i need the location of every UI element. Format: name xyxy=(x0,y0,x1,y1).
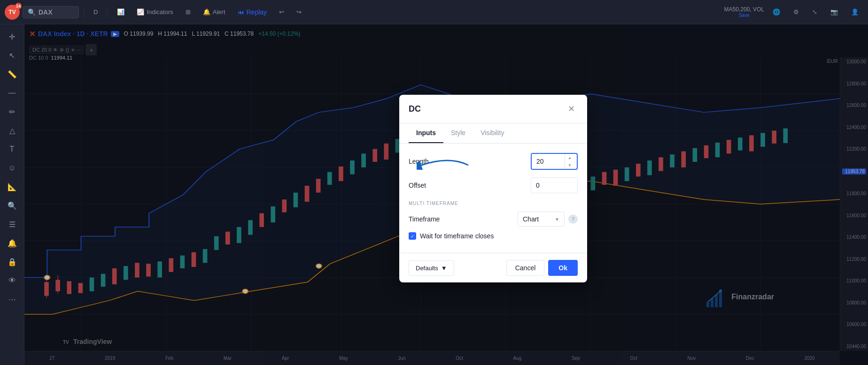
timezone-button[interactable]: 🌐 xyxy=(768,6,785,18)
search-input[interactable]: DAX xyxy=(39,8,53,16)
replay-button[interactable]: ⏮ Replay xyxy=(233,6,272,19)
offset-row: Offset xyxy=(409,177,578,193)
cancel-button[interactable]: Cancel xyxy=(506,260,545,276)
compare-icon: 📊 xyxy=(117,8,124,15)
modal-footer: Defaults ▼ Cancel Ok xyxy=(399,253,587,282)
length-row: Length ▲ ▼ xyxy=(409,153,578,170)
avatar-badge: 14 xyxy=(15,3,22,9)
ma-indicator: MA50,200, VOL Save xyxy=(724,6,764,18)
tab-visibility[interactable]: Visibility xyxy=(473,123,512,143)
text-icon[interactable]: T xyxy=(4,141,21,158)
lock-icon[interactable]: 🔒 xyxy=(4,253,21,270)
modal-body: Length ▲ ▼ Offset xyxy=(399,144,587,253)
templates-icon: ⊞ xyxy=(186,8,191,15)
more-icon[interactable]: ⋯ xyxy=(4,291,21,308)
modal-header: DC ✕ xyxy=(399,95,587,123)
crosshair-icon[interactable]: ✛ xyxy=(4,28,21,45)
shapes-icon[interactable]: △ xyxy=(4,122,21,139)
redo-button[interactable]: ↪ xyxy=(292,6,306,18)
section-multi-timeframe: MULTI TIMEFRAME xyxy=(409,201,578,206)
settings-button[interactable]: ⚙ xyxy=(789,6,804,18)
cursor-icon[interactable]: ↖ xyxy=(4,47,21,64)
divider-2 xyxy=(107,7,108,18)
draw-icon[interactable]: ✏ xyxy=(4,103,21,120)
timeframe-label: Timeframe xyxy=(409,215,518,223)
measure-icon[interactable]: 📐 xyxy=(4,178,21,195)
modal-close-button[interactable]: ✕ xyxy=(565,102,578,115)
trendline-icon[interactable]: 📏 xyxy=(4,66,21,83)
search-box[interactable]: 🔍 DAX xyxy=(23,6,79,18)
alert-icon: 🔔 xyxy=(203,8,210,15)
increment-button[interactable]: ▲ xyxy=(565,154,574,161)
screenshot-button[interactable]: 📷 xyxy=(826,6,843,18)
left-sidebar: ✛ ↖ 📏 — ✏ △ T ☺ 📐 🔍 ☰ 🔔 🔒 👁 ⋯ xyxy=(0,24,24,365)
main-layout: ✛ ↖ 📏 — ✏ △ T ☺ 📐 🔍 ☰ 🔔 🔒 👁 ⋯ ✕ DAX Inde… xyxy=(0,24,868,365)
defaults-chevron: ▼ xyxy=(441,265,447,272)
indicators-icon: 📈 xyxy=(137,8,144,15)
fullscreen-button[interactable]: ⤡ xyxy=(807,6,822,18)
help-icon[interactable]: ? xyxy=(568,214,578,224)
compare-button[interactable]: 📊 xyxy=(112,6,129,18)
eye-icon[interactable]: 👁 xyxy=(4,272,21,289)
wait-checkbox[interactable]: ✓ xyxy=(409,232,416,240)
alerts-icon[interactable]: 🔔 xyxy=(4,235,21,251)
number-spinners: ▲ ▼ xyxy=(565,154,574,169)
modal-title: DC xyxy=(409,104,421,114)
undo-button[interactable]: ↩ xyxy=(274,6,289,18)
timeframe-button[interactable]: D xyxy=(89,6,102,18)
footer-actions: Cancel Ok xyxy=(506,260,578,276)
tab-style[interactable]: Style xyxy=(443,123,473,143)
divider-1 xyxy=(84,7,84,18)
length-label: Length xyxy=(409,158,531,165)
offset-input[interactable] xyxy=(531,177,578,193)
offset-label: Offset xyxy=(409,182,531,189)
horizontal-line-icon[interactable]: — xyxy=(4,84,21,101)
modal-overlay: DC ✕ Inputs Style Visibility Length xyxy=(24,24,868,365)
indicators-button[interactable]: 📈 Indicators xyxy=(132,6,178,18)
alert-button[interactable]: 🔔 Alert xyxy=(198,6,230,18)
checkmark-icon: ✓ xyxy=(411,234,414,239)
modal-tabs: Inputs Style Visibility xyxy=(399,123,587,144)
decrement-button[interactable]: ▼ xyxy=(565,161,574,169)
defaults-button[interactable]: Defaults ▼ xyxy=(409,260,454,276)
wait-label: Wait for timeframe closes xyxy=(420,232,494,240)
zoom-icon[interactable]: 🔍 xyxy=(4,197,21,214)
emoji-icon[interactable]: ☺ xyxy=(4,160,21,176)
avatar[interactable]: TV 14 xyxy=(5,5,20,20)
timeframe-select[interactable]: Chart ▼ xyxy=(518,212,565,227)
timeframe-row: Timeframe Chart ▼ ? xyxy=(409,212,578,227)
avatar-initials: TV xyxy=(8,9,16,15)
publish-button[interactable]: 👤 xyxy=(846,6,863,18)
timeframe-chevron: ▼ xyxy=(555,217,559,222)
watchlist-icon[interactable]: ☰ xyxy=(4,216,21,233)
dc-settings-modal: DC ✕ Inputs Style Visibility Length xyxy=(399,95,587,282)
replay-icon: ⏮ xyxy=(238,8,244,16)
tab-inputs[interactable]: Inputs xyxy=(409,123,443,143)
toolbar: TV 14 🔍 DAX D 📊 📈 Indicators ⊞ 🔔 Alert ⏮… xyxy=(0,0,868,24)
ok-button[interactable]: Ok xyxy=(548,260,578,276)
templates-button[interactable]: ⊞ xyxy=(181,6,195,18)
chart-area: ✕ DAX Index · 1D · XETR ▶ O 11939.99 H 1… xyxy=(24,24,868,365)
length-input[interactable] xyxy=(532,154,565,169)
wait-checkbox-row: ✓ Wait for timeframe closes xyxy=(409,232,578,240)
search-icon: 🔍 xyxy=(28,8,36,16)
length-input-wrapper: ▲ ▼ xyxy=(531,153,578,170)
toolbar-right: MA50,200, VOL Save 🌐 ⚙ ⤡ 📷 👤 xyxy=(724,6,863,18)
